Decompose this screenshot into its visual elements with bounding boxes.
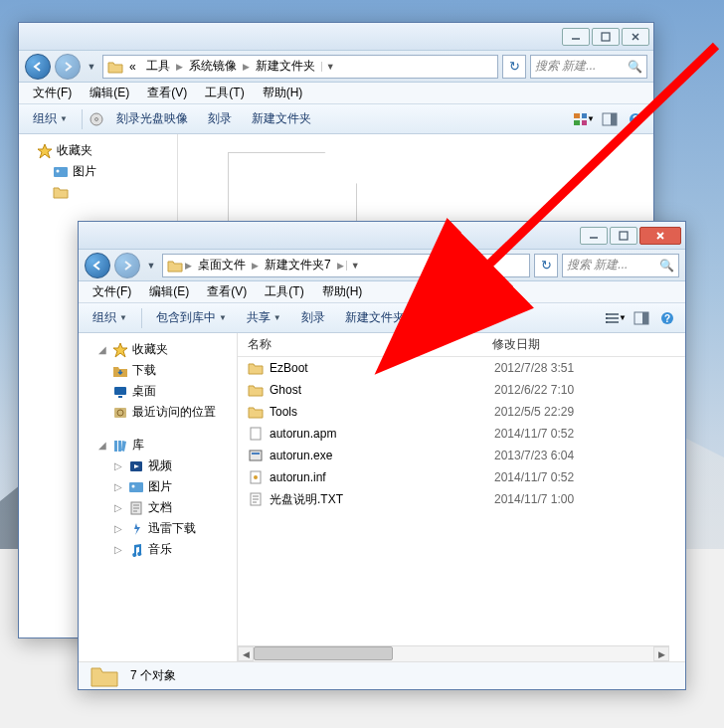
sidebar-item-xunlei[interactable]: ▷ 迅雷下载 [79,518,237,539]
breadcrumb-item[interactable]: 新建文件夹7 [261,255,335,275]
expand-icon[interactable]: ▷ [112,502,124,513]
include-library-button[interactable]: 包含到库中▼ [148,306,235,329]
nav-history-dropdown[interactable]: ▼ [85,62,98,72]
burn-button[interactable]: 刻录 [293,306,333,329]
menu-view[interactable]: 查看(V) [139,83,195,103]
file-date: 2012/6/22 7:10 [494,383,574,397]
search-icon[interactable]: 🔍 [659,259,674,273]
menu-tools[interactable]: 工具(T) [257,281,311,302]
file-row[interactable]: autorun.apm2014/11/7 0:52 [238,423,685,445]
file-row[interactable]: 光盘说明.TXT2014/11/7 1:00 [238,488,685,510]
folder-icon [107,59,123,75]
sidebar-libraries[interactable]: ◢ 库 [79,435,237,455]
maximize-button[interactable] [592,28,620,46]
burn-button[interactable]: 刻录 [200,107,240,130]
file-name: autorun.apm [270,427,494,441]
sidebar-item-recent[interactable]: 最近访问的位置 [79,402,237,423]
help-button[interactable]: ? [655,307,679,329]
separator [141,308,142,328]
help-button[interactable]: ? [624,108,647,130]
back-button[interactable] [85,253,110,278]
menu-view[interactable]: 查看(V) [199,281,255,302]
expand-icon[interactable]: ▷ [112,523,124,534]
breadcrumb-dropdown[interactable]: ▼ [346,261,364,271]
scroll-thumb[interactable] [254,646,393,660]
content-pane[interactable]: 名称 修改日期 EzBoot2012/7/28 3:51Ghost2012/6/… [238,333,685,661]
file-row[interactable]: autorun.inf2014/11/7 0:52 [238,466,685,488]
titlebar[interactable] [79,222,685,250]
breadcrumb-item[interactable]: 系统镜像 [185,56,241,77]
column-headers: 名称 修改日期 [238,333,685,357]
file-date: 2012/5/5 22:29 [494,405,574,419]
breadcrumb-item[interactable]: 新建文件夹 [252,56,319,77]
organize-button[interactable]: 组织▼ [25,107,76,130]
column-name[interactable]: 名称 [238,336,486,353]
menu-edit[interactable]: 编辑(E) [141,281,197,302]
search-input[interactable]: 搜索 新建... 🔍 [562,254,679,277]
new-folder-button[interactable]: 新建文件夹 [244,107,319,130]
menu-edit[interactable]: 编辑(E) [82,83,137,103]
collapse-icon[interactable]: ◢ [96,344,108,355]
file-row[interactable]: autorun.exe2013/7/23 6:04 [238,445,685,466]
sidebar-favorites[interactable]: ◢ 收藏夹 [79,339,237,360]
sidebar-item-pictures[interactable]: ▷ 图片 [79,476,237,497]
minimize-button[interactable] [580,227,608,245]
forward-button[interactable] [55,54,81,80]
menu-file[interactable]: 文件(F) [25,83,80,103]
forward-button[interactable] [114,253,140,278]
sidebar-item[interactable] [19,182,177,202]
menu-tools[interactable]: 工具(T) [197,83,252,103]
preview-pane-button[interactable] [630,307,653,329]
close-button[interactable] [622,28,649,46]
file-row[interactable]: EzBoot2012/7/28 3:51 [238,357,685,379]
search-input[interactable]: 搜索 新建... 🔍 [530,55,647,79]
svg-rect-31 [252,453,260,455]
folder-icon [53,184,69,200]
expand-icon[interactable]: ▷ [112,544,124,555]
back-button[interactable] [25,54,51,80]
file-row[interactable]: Tools2012/5/5 22:29 [238,401,685,423]
sidebar-item-music[interactable]: ▷ 音乐 [79,539,237,560]
sidebar-item-desktop[interactable]: 桌面 [79,381,237,402]
breadcrumb-prefix[interactable]: « [125,58,140,76]
sidebar-item-pictures[interactable]: 图片 [19,161,177,182]
column-modified[interactable]: 修改日期 [486,336,685,353]
scroll-track[interactable] [254,646,653,661]
sidebar-item-videos[interactable]: ▷ 视频 [79,455,237,476]
breadcrumb[interactable]: « 工具 ▶ 系统镜像 ▶ 新建文件夹 ▼ [102,55,498,79]
menu-help[interactable]: 帮助(H) [314,281,371,302]
scroll-right-arrow[interactable]: ▶ [653,646,669,661]
chevron-right-icon: ▶ [185,261,192,271]
view-mode-button[interactable]: ▼ [604,307,628,329]
expand-icon[interactable]: ▷ [112,460,124,471]
breadcrumb-item[interactable]: 工具 [142,56,174,77]
close-button[interactable] [639,227,681,245]
sidebar-item-documents[interactable]: ▷ 文档 [79,497,237,518]
expand-icon[interactable]: ▷ [112,481,124,492]
refresh-button[interactable]: ↻ [502,55,526,79]
new-folder-button[interactable]: 新建文件夹 [337,306,413,329]
horizontal-scrollbar[interactable]: ◀ ▶ [238,645,669,661]
sidebar-favorites[interactable]: 收藏夹 [19,140,177,161]
maximize-button[interactable] [610,227,637,245]
breadcrumb-item[interactable]: 桌面文件 [194,255,250,275]
collapse-icon[interactable]: ◢ [96,440,108,451]
sidebar-item-downloads[interactable]: 下载 [79,360,237,381]
menu-help[interactable]: 帮助(H) [255,83,311,103]
menu-bar: 文件(F) 编辑(E) 查看(V) 工具(T) 帮助(H) [19,83,653,104]
breadcrumb-dropdown[interactable]: ▼ [321,62,339,72]
scroll-left-arrow[interactable]: ◀ [238,646,254,661]
nav-history-dropdown[interactable]: ▼ [144,261,158,271]
organize-button[interactable]: 组织▼ [85,306,135,329]
minimize-button[interactable] [562,28,590,46]
file-row[interactable]: Ghost2012/6/22 7:10 [238,379,685,401]
menu-file[interactable]: 文件(F) [85,281,139,302]
preview-pane-button[interactable] [598,108,622,130]
share-button[interactable]: 共享▼ [239,306,289,329]
burn-image-button[interactable]: 刻录光盘映像 [108,107,196,130]
view-mode-button[interactable]: ▼ [572,108,596,130]
titlebar[interactable] [19,23,653,51]
refresh-button[interactable]: ↻ [534,254,558,277]
breadcrumb[interactable]: ▶ 桌面文件 ▶ 新建文件夹7 ▶ ▼ [162,254,530,277]
search-icon[interactable]: 🔍 [628,60,642,74]
